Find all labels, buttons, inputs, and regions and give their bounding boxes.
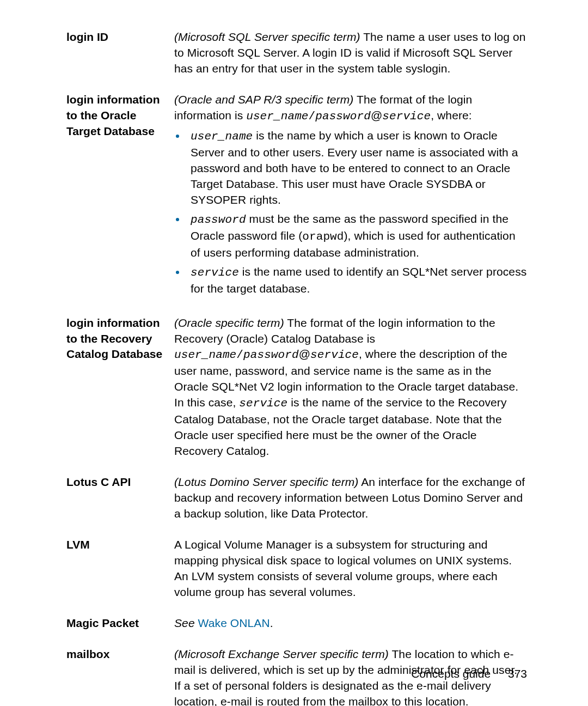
term-text: Lotus C API <box>66 476 131 488</box>
bullet-2: password must be the same as the passwor… <box>186 211 527 261</box>
wake-onlan-link[interactable]: Wake ONLAN <box>198 617 270 629</box>
term: Magic Packet <box>66 616 174 631</box>
definition: (Lotus Domino Server specific term) An i… <box>174 474 527 522</box>
mono-user-name: user_name <box>174 349 236 361</box>
def-text: A Logical Volume Manager is a subsystem … <box>174 537 527 600</box>
definition: See Wake ONLAN. <box>174 616 527 631</box>
bullet-3: service is the name used to identify an … <box>186 264 527 297</box>
definition: A Logical Volume Manager is a subsystem … <box>174 537 527 600</box>
term-line-1: login information <box>66 93 160 106</box>
mono-password: password <box>243 349 299 361</box>
dot: . <box>270 617 273 629</box>
def-prefix: (Lotus Domino Server specific term) <box>174 476 358 488</box>
def-prefix: (Oracle specific term) <box>174 317 284 329</box>
term-line-2: to the Recovery <box>66 332 152 345</box>
term: mailbox <box>66 647 174 662</box>
definition: (Oracle specific term) The format of the… <box>174 315 527 460</box>
def-prefix: (Oracle and SAP R/3 specific term) <box>174 93 353 106</box>
mono-service: service <box>191 266 239 279</box>
entry-login-id: login ID (Microsoft SQL Server specific … <box>66 29 527 77</box>
term: LVM <box>66 537 174 553</box>
bullet-1: user_name is the name by which a user is… <box>186 128 527 208</box>
term: login information to the Oracle Target D… <box>66 92 174 139</box>
mono-user-name: user_name <box>246 110 308 123</box>
term-line-3: Catalog Database <box>66 348 162 360</box>
entry-login-recovery-catalog: login information to the Recovery Catalo… <box>66 315 527 460</box>
mono-orapwd: orapwd <box>302 230 344 243</box>
entry-login-oracle-target: login information to the Oracle Target D… <box>66 92 527 300</box>
mono-slash: / <box>236 349 243 361</box>
term-line-2: to the Oracle <box>66 109 136 121</box>
mono-slash: / <box>309 110 316 123</box>
term-text: LVM <box>66 538 90 551</box>
entry-lvm: LVM A Logical Volume Manager is a subsys… <box>66 537 527 600</box>
mono-password: password <box>191 214 246 226</box>
mono-service: service <box>382 110 431 123</box>
bullet-list: user_name is the name by which a user is… <box>174 128 527 297</box>
mono-at: @ <box>371 109 382 121</box>
term: login ID <box>66 29 174 45</box>
def-prefix: (Microsoft Exchange Server specific term… <box>174 648 389 660</box>
term: login information to the Recovery Catalo… <box>66 315 174 363</box>
def-tail: , where: <box>431 109 472 121</box>
term: Lotus C API <box>66 474 174 490</box>
footer-text: Concepts guide <box>411 667 491 680</box>
term-line-1: login information <box>66 317 160 329</box>
term-text: mailbox <box>66 648 109 660</box>
definition: (Microsoft SQL Server specific term) The… <box>174 29 527 77</box>
bullet-text: is the name used to identify an SQL*Net … <box>191 265 526 295</box>
see-label: See <box>174 617 195 629</box>
definition: (Oracle and SAP R/3 specific term) The f… <box>174 92 527 300</box>
mono-service: service <box>310 349 359 361</box>
term-line-3: Target Database <box>66 125 155 137</box>
mono-service-2: service <box>239 397 287 410</box>
page-footer: Concepts guide 373 <box>411 666 527 682</box>
term-text: Magic Packet <box>66 617 139 629</box>
mono-at: @ <box>299 348 310 360</box>
mono-password: password <box>315 110 371 123</box>
mono-user-name: user_name <box>191 130 253 143</box>
glossary-page: login ID (Microsoft SQL Server specific … <box>0 0 588 706</box>
entry-magic-packet: Magic Packet See Wake ONLAN. <box>66 616 527 631</box>
def-prefix: (Microsoft SQL Server specific term) <box>174 31 360 43</box>
page-number: 373 <box>508 667 527 680</box>
term-text: login ID <box>66 31 108 43</box>
entry-lotus-c-api: Lotus C API (Lotus Domino Server specifi… <box>66 474 527 522</box>
